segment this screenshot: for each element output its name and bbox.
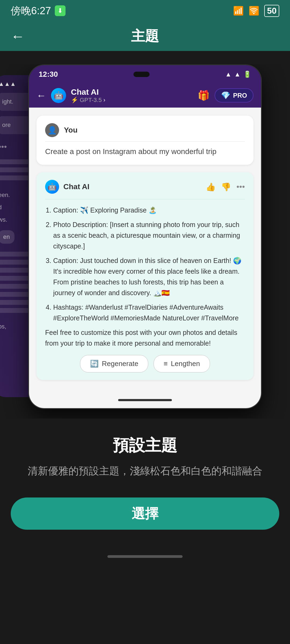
bottom-home-indicator — [107, 555, 183, 558]
select-button[interactable]: 選擇 — [11, 497, 279, 530]
lengthen-button[interactable]: ≡ Lengthen — [154, 355, 210, 372]
ai-message-header: 🤖 Chat AI 👍 👎 ••• — [45, 180, 245, 194]
phone-battery-icon: 🔋 — [243, 71, 251, 78]
gift-icon[interactable]: 🎁 — [198, 90, 210, 101]
left-phone-btn: en — [0, 230, 15, 244]
ai-content: Caption: ✈️ Exploring Paradise 🏝️ Photo … — [45, 205, 245, 349]
action-buttons: 🔄 Regenerate ≡ Lengthen — [45, 355, 245, 372]
ai-actions: 👍 👎 ••• — [206, 182, 245, 192]
top-nav: ← 主題 — [0, 21, 290, 51]
phone-main: 12:30 ▲ ▲ 🔋 ← 🤖 Chat AI ⚡ GPT-3.5 › — [28, 64, 262, 409]
chat-header-right: 🎁 💎 PRO — [198, 88, 253, 103]
pro-badge[interactable]: 💎 PRO — [215, 88, 253, 103]
left-text-ws: ws. — [0, 216, 7, 223]
ai-label: Chat AI — [63, 182, 89, 191]
status-right: 📶 🛜 50 — [233, 5, 279, 17]
user-message: 👤 You Create a post on Instagram about m… — [37, 116, 253, 165]
more-options-icon[interactable]: ••• — [236, 182, 245, 191]
status-bar: 傍晚6:27 ⬇ 📶 🛜 50 — [0, 0, 290, 21]
left-phone-signal: ▲▲▲ — [0, 80, 16, 87]
chevron-icon: › — [103, 97, 105, 104]
phone-topbar: 12:30 ▲ ▲ 🔋 — [29, 65, 261, 83]
thumbs-down-icon[interactable]: 👎 — [221, 182, 231, 192]
home-indicator — [118, 399, 172, 401]
regenerate-button[interactable]: 🔄 Regenerate — [80, 355, 148, 372]
ai-name-area: 🤖 Chat AI — [45, 180, 89, 194]
left-text-d: d — [0, 204, 2, 211]
user-message-divider — [45, 141, 245, 142]
gem-icon: 💎 — [221, 91, 230, 100]
phone-signal-icon: ▲ — [234, 71, 241, 78]
bottom-home-bar — [0, 546, 290, 567]
download-icon: ⬇ — [55, 5, 66, 16]
regenerate-icon: 🔄 — [90, 360, 99, 368]
theme-title: 預設主題 — [28, 435, 262, 456]
chat-header: ← 🤖 Chat AI ⚡ GPT-3.5 › 🎁 💎 PRO — [29, 83, 261, 108]
lightning-icon: ⚡ — [71, 97, 78, 104]
lengthen-label: Lengthen — [171, 360, 200, 368]
page-title: 主題 — [131, 27, 159, 46]
ai-message: 🤖 Chat AI 👍 👎 ••• Caption: ✈️ Exploring … — [37, 172, 253, 380]
chat-title-area: Chat AI ⚡ GPT-3.5 › — [71, 87, 193, 104]
ai-footer-text: Feel free to customize this post with yo… — [45, 327, 245, 349]
left-text-een: een. — [0, 192, 10, 199]
phone-wifi-icon: ▲ — [225, 71, 231, 78]
ai-bot-avatar: 🤖 — [45, 180, 59, 194]
chat-back-button[interactable]: ← — [37, 90, 46, 101]
user-header: 👤 You — [45, 123, 245, 137]
chat-model: ⚡ GPT-3.5 › — [71, 97, 193, 104]
lengthen-icon: ≡ — [164, 360, 168, 368]
chat-ai-name: Chat AI — [71, 87, 193, 97]
left-dots: ••• — [0, 142, 7, 151]
user-name: You — [64, 126, 78, 134]
wifi-icon: 🛜 — [249, 6, 259, 16]
select-area: 選擇 — [0, 489, 290, 546]
ai-divider — [45, 199, 245, 199]
thumbs-up-icon[interactable]: 👍 — [206, 182, 216, 192]
left-ps: ps, — [0, 323, 6, 330]
ai-item-4: Hashtags: #Wanderlust #TravelDiaries #Ad… — [53, 302, 245, 323]
phone-status-icons: ▲ ▲ 🔋 — [225, 71, 251, 78]
ai-item-3: Caption: Just touched down in this slice… — [53, 255, 245, 298]
battery-indicator: 50 — [264, 5, 279, 17]
back-button[interactable]: ← — [11, 28, 25, 44]
user-message-text: Create a post on Instagram about my wond… — [45, 146, 245, 157]
regenerate-label: Regenerate — [102, 360, 138, 368]
model-name: GPT-3.5 — [80, 97, 102, 104]
theme-description: 清新優雅的預設主題，淺綠松石色和白色的和諧融合 — [28, 463, 262, 479]
ai-item-1: Caption: ✈️ Exploring Paradise 🏝️ — [53, 205, 245, 215]
phones-area: ▲▲▲ ight. ore ••• een. d ws. en — [0, 64, 290, 419]
pro-label: PRO — [233, 92, 247, 99]
ai-item-2: Photo Description: [Insert a stunning ph… — [53, 219, 245, 251]
status-left: 傍晚6:27 ⬇ — [11, 4, 66, 18]
user-avatar: 👤 — [45, 123, 59, 137]
chat-ai-avatar: 🤖 — [51, 88, 66, 103]
chat-body: 👤 You Create a post on Instagram about m… — [29, 108, 261, 392]
status-time: 傍晚6:27 — [11, 4, 51, 18]
phone-notch — [133, 72, 150, 77]
phone-time: 12:30 — [39, 70, 58, 79]
phone-bottom — [29, 392, 261, 408]
theme-info: 預設主題 清新優雅的預設主題，淺綠松石色和白色的和諧融合 — [12, 419, 278, 489]
signal-icon: 📶 — [233, 6, 244, 16]
main-content: ▲▲▲ ight. ore ••• een. d ws. en — [0, 51, 290, 546]
